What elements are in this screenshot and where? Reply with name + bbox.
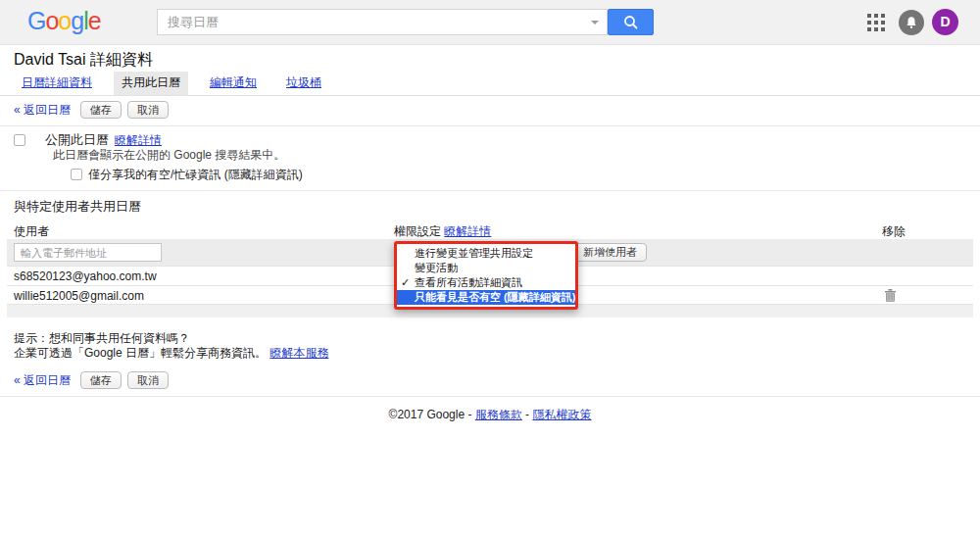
search-button[interactable]: [608, 9, 654, 35]
tab-bar: 日曆詳細資料 共用此日曆 編輯通知 垃圾桶: [0, 69, 980, 96]
remove-user-button[interactable]: [885, 289, 896, 305]
divider: [0, 190, 980, 191]
trash-icon: [885, 289, 896, 302]
search-options-caret-icon[interactable]: [591, 21, 599, 28]
terms-link[interactable]: 服務條款: [475, 408, 522, 421]
user-email: willie512005@gmail.com: [14, 289, 144, 303]
divider: [0, 396, 980, 397]
tip-line2: 企業可透過「Google 日曆」輕鬆分享商務資訊。: [14, 346, 267, 360]
app-header: Google D: [0, 0, 980, 45]
permission-option-see-all-details[interactable]: ✓ 查看所有活動詳細資訊: [397, 275, 575, 290]
cancel-button[interactable]: 取消: [127, 371, 169, 389]
checkmark-icon: ✓: [401, 275, 410, 290]
permission-learn-more-link[interactable]: 瞭解詳情: [444, 224, 491, 238]
add-user-button[interactable]: 新增使用者: [573, 243, 647, 262]
public-calendar-description: 此日曆會顯示在公開的 Google 搜尋結果中。: [53, 148, 966, 162]
tab-share-calendar[interactable]: 共用此日曆: [114, 72, 188, 95]
user-email: s68520123@yahoo.com.tw: [14, 269, 157, 283]
permission-option-free-busy[interactable]: 只能看見是否有空 (隱藏詳細資訊): [397, 290, 575, 305]
privacy-link[interactable]: 隱私權政策: [532, 408, 591, 421]
bottom-action-bar: « 返回日曆 儲存 取消: [0, 367, 980, 396]
table-header-row: 使用者 權限設定 瞭解詳情 移除: [7, 220, 973, 239]
tip-learn-more-link[interactable]: 瞭解本服務: [270, 346, 328, 360]
tab-calendar-details[interactable]: 日曆詳細資料: [14, 72, 100, 95]
page-footer: ©2017 Google - 服務條款 - 隱私權政策: [0, 407, 980, 423]
page-title: David Tsai 詳細資料: [14, 50, 980, 69]
search-icon: [623, 15, 639, 30]
search-input[interactable]: [157, 9, 608, 35]
save-button[interactable]: 儲存: [80, 101, 122, 119]
tip-line1: 提示：想和同事共用任何資料嗎？: [14, 331, 966, 346]
share-section-title: 與特定使用者共用日曆: [14, 199, 966, 214]
public-learn-more-link[interactable]: 瞭解詳情: [115, 133, 162, 147]
notifications-button[interactable]: [899, 10, 924, 35]
tab-trash[interactable]: 垃圾桶: [278, 72, 329, 95]
column-remove: 移除: [882, 223, 906, 240]
busy-only-label: 僅分享我的有空/忙碌資訊 (隱藏詳細資訊): [88, 168, 303, 181]
back-to-calendar-link[interactable]: « 返回日曆: [14, 102, 71, 119]
tip-text: 提示：想和同事共用任何資料嗎？ 企業可透過「Google 日曆」輕鬆分享商務資訊…: [14, 331, 966, 361]
account-avatar[interactable]: D: [932, 9, 958, 35]
annotation-box-permission-dropdown: 進行變更並管理共用設定 變更活動 ✓ 查看所有活動詳細資訊 只能看見是否有空 (…: [394, 241, 578, 310]
bell-icon: [905, 16, 918, 29]
busy-only-checkbox[interactable]: [71, 169, 82, 180]
copyright-text: ©2017 Google -: [389, 408, 475, 421]
email-input[interactable]: [14, 243, 162, 262]
permission-option-edit-events[interactable]: 變更活動: [397, 261, 575, 275]
public-calendar-label: 公開此日曆: [45, 133, 109, 147]
public-calendar-checkbox[interactable]: [14, 134, 25, 146]
google-logo[interactable]: Google: [27, 7, 101, 35]
cancel-button[interactable]: 取消: [127, 101, 169, 119]
column-user: 使用者: [14, 224, 49, 238]
permission-option-manage[interactable]: 進行變更並管理共用設定: [397, 246, 575, 261]
column-permission: 權限設定: [394, 224, 441, 238]
back-to-calendar-link[interactable]: « 返回日曆: [14, 372, 71, 389]
top-action-bar: « 返回日曆 儲存 取消: [0, 96, 980, 125]
public-calendar-section: 公開此日曆 瞭解詳情 此日曆會顯示在公開的 Google 搜尋結果中。 僅分享我…: [0, 126, 980, 190]
tab-edit-notifications[interactable]: 編輯通知: [202, 72, 265, 95]
apps-grid-icon[interactable]: [867, 14, 885, 31]
save-button[interactable]: 儲存: [80, 371, 122, 389]
